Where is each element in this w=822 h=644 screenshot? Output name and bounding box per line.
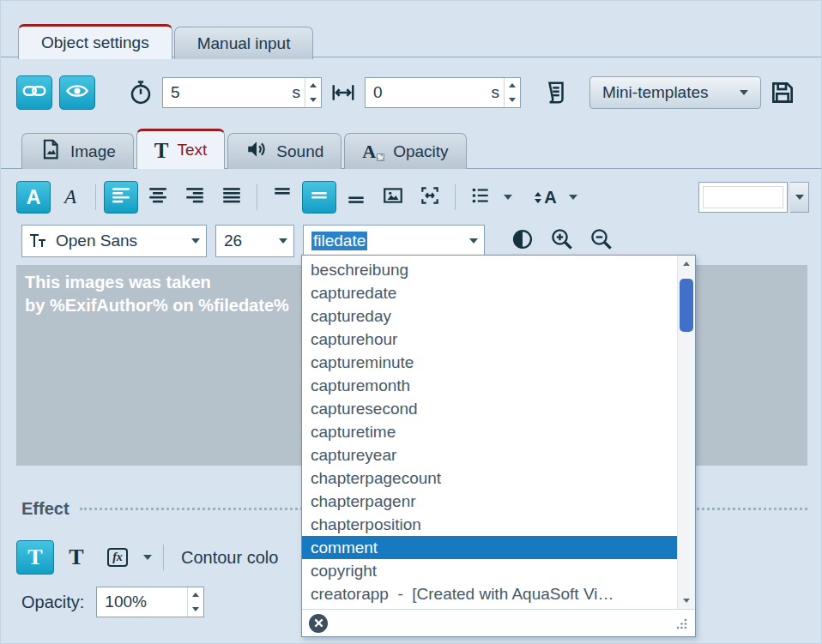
mini-templates-dropdown[interactable]: Mini-templates	[589, 76, 761, 109]
chain-link-icon	[22, 79, 46, 106]
chevron-down-icon[interactable]	[185, 226, 206, 256]
scrollbar-track[interactable]	[678, 272, 695, 593]
scrollbar-thumb[interactable]	[680, 279, 693, 332]
valign-bottom-button[interactable]	[339, 181, 373, 214]
italic-button[interactable]: A	[53, 181, 88, 214]
tab-object-settings[interactable]: Object settings	[18, 24, 172, 59]
save-icon[interactable]	[768, 78, 797, 107]
list-item-selected[interactable]: comment	[302, 536, 677, 559]
list-item[interactable]: chapterpagenr	[302, 490, 677, 513]
variable-value[interactable]: filedate	[311, 232, 367, 250]
duration-value[interactable]: 5	[163, 83, 293, 102]
align-left-button[interactable]	[104, 181, 138, 214]
text-icon: T	[154, 140, 169, 161]
chevron-down-icon	[504, 195, 512, 200]
fit-frame-icon	[419, 184, 441, 210]
spin-up-button[interactable]	[505, 78, 520, 93]
justify-icon	[221, 184, 243, 210]
spin-down-button[interactable]	[305, 93, 321, 107]
fit-text-button[interactable]	[413, 181, 447, 214]
align-center-button[interactable]	[141, 181, 175, 214]
italic-icon: A	[64, 186, 76, 208]
duration-spinner[interactable]: 5 s	[162, 77, 322, 108]
offset-spinner[interactable]: 0 s	[365, 77, 521, 108]
list-item[interactable]: capturemonth	[302, 374, 677, 397]
effect-dropdown-button[interactable]	[140, 541, 154, 574]
close-button[interactable]	[309, 614, 328, 633]
valign-top-button[interactable]	[265, 181, 299, 214]
tab-label: Object settings	[41, 33, 149, 52]
script-icon[interactable]	[541, 78, 571, 107]
spin-down-button[interactable]	[505, 93, 520, 107]
toolbar-separator	[95, 184, 96, 210]
close-icon	[314, 616, 323, 631]
contour-text-button[interactable]: T	[16, 540, 54, 575]
text-format-toolbar: A A	[16, 179, 809, 215]
valign-middle-button[interactable]	[302, 181, 336, 214]
scroll-down-button[interactable]	[678, 593, 695, 609]
contour-color-label: Contour colo	[181, 548, 278, 568]
image-file-icon	[39, 138, 62, 165]
opacity-value[interactable]: 100%	[97, 593, 187, 611]
chevron-down-icon[interactable]	[273, 226, 293, 256]
list-item[interactable]: creatorapp - [Created with AquaSoft Vi…	[302, 582, 677, 605]
tab-sound[interactable]: Sound	[227, 133, 341, 169]
link-duration-button[interactable]	[16, 75, 52, 110]
spin-up-button[interactable]	[305, 78, 321, 93]
list-item[interactable]: copyright	[302, 559, 677, 582]
tab-text[interactable]: T Text	[136, 129, 226, 169]
list-dropdown-button[interactable]	[500, 181, 515, 214]
zoom-in-button[interactable]	[547, 226, 577, 256]
spin-down-button[interactable]	[188, 602, 203, 617]
zoom-out-button[interactable]	[586, 226, 617, 256]
insert-image-button[interactable]	[376, 181, 410, 214]
plain-text-button[interactable]: T	[57, 540, 95, 575]
offset-value[interactable]: 0	[366, 83, 492, 102]
font-family-combobox[interactable]: Open Sans	[21, 225, 207, 257]
opacity-label: Opacity:	[21, 593, 84, 612]
list-button[interactable]	[463, 181, 498, 214]
scrollbar[interactable]	[677, 256, 695, 609]
offset-unit: s	[492, 83, 505, 102]
resize-grip[interactable]	[674, 617, 688, 630]
font-color-field[interactable]	[698, 182, 788, 213]
line-spacing-dropdown-button[interactable]	[565, 181, 580, 214]
tab-manual-input[interactable]: Manual input	[174, 27, 314, 59]
duration-spin-arrows	[305, 78, 321, 107]
bold-button[interactable]: A	[16, 181, 51, 214]
list-item[interactable]: captureday	[302, 304, 677, 328]
opacity-spinner[interactable]: 100%	[96, 587, 204, 617]
list-item[interactable]: beschreibung	[302, 258, 677, 281]
tab-label: Opacity	[393, 142, 448, 161]
justify-button[interactable]	[215, 181, 249, 214]
list-item[interactable]: captureyear	[302, 443, 677, 466]
variable-combobox[interactable]: filedate	[303, 225, 485, 257]
visibility-button[interactable]	[59, 75, 95, 110]
font-color-dropdown-button[interactable]	[790, 182, 809, 213]
bold-icon: A	[27, 186, 41, 209]
list-item[interactable]: capturesecond	[302, 397, 677, 420]
list-item[interactable]: chapterpagecount	[302, 466, 677, 490]
font-size-combobox[interactable]: 26	[215, 225, 294, 257]
fx-effect-button[interactable]: fx	[99, 540, 136, 575]
line-spacing-button[interactable]: A	[529, 181, 563, 214]
eye-icon	[65, 79, 89, 106]
line-spacing-icon: A	[535, 188, 556, 208]
tab-opacity[interactable]: A Opacity	[344, 133, 466, 169]
list-item[interactable]: capturetime	[302, 420, 677, 443]
tab-image[interactable]: Image	[21, 133, 134, 169]
align-right-button[interactable]	[178, 181, 212, 214]
list-item[interactable]: captureminute	[302, 351, 677, 374]
spin-up-button[interactable]	[188, 587, 203, 602]
contrast-button[interactable]	[507, 226, 538, 256]
align-center-icon	[147, 184, 169, 210]
stopwatch-icon	[126, 78, 155, 107]
list-item[interactable]: chapterposition	[302, 513, 677, 536]
chevron-down-icon[interactable]	[463, 226, 484, 256]
valign-middle-icon	[308, 184, 330, 210]
fx-icon: fx	[107, 548, 128, 567]
scroll-up-button[interactable]	[678, 256, 695, 272]
list-item[interactable]: capturehour	[302, 328, 677, 351]
opacity-row: Opacity: 100%	[21, 587, 204, 617]
list-item[interactable]: capturedate	[302, 281, 677, 304]
